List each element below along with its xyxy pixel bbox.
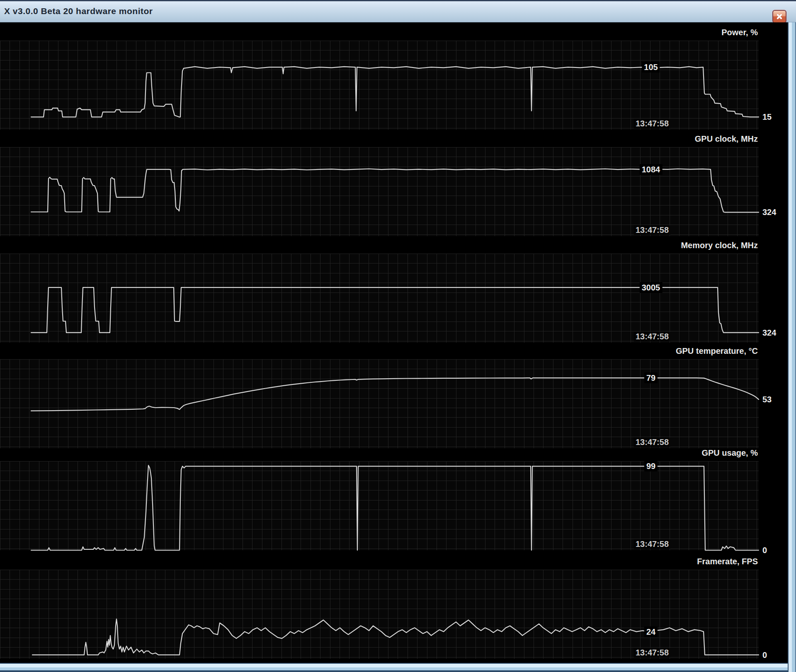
panel-memory-clock: Memory clock, MHz 3005 324 13:47:58 <box>0 254 759 343</box>
peak-value-label: 24 <box>644 626 658 637</box>
window-border-right <box>788 22 796 672</box>
current-value-label: 324 <box>762 327 776 338</box>
panel-gpu-clock: GPU clock, MHz 1084 324 13:47:58 <box>0 147 759 236</box>
gpu-clock-line-graph <box>0 147 759 236</box>
panel-gpu-usage: GPU usage, % 99 0 13:47:58 <box>0 461 759 550</box>
titlebar[interactable]: X v3.0.0 Beta 20 hardware monitor <box>0 0 796 22</box>
current-value-label: 0 <box>762 650 767 660</box>
timestamp: 13:47:58 <box>634 332 670 341</box>
peak-value-label: 105 <box>642 62 660 73</box>
current-value-label: 15 <box>762 111 772 122</box>
framerate-line-graph <box>0 570 759 659</box>
panel-title-framerate: Framerate, FPS <box>0 557 758 566</box>
timestamp: 13:47:58 <box>634 225 670 235</box>
gpu-usage-line-graph <box>0 461 759 550</box>
panel-framerate: Framerate, FPS 24 0 13:47:58 <box>0 570 759 659</box>
window-border-bottom <box>0 663 788 672</box>
peak-value-label: 79 <box>644 372 658 383</box>
panel-title-gpu-clock: GPU clock, MHz <box>0 134 758 144</box>
power-line-graph <box>0 41 759 130</box>
panel-title-gpu-usage: GPU usage, % <box>0 448 758 458</box>
current-value-label: 324 <box>762 207 776 218</box>
monitor-graphs-area: Power, % 105 15 13:47:58 GPU clock, MHz … <box>0 22 788 664</box>
peak-value-label: 1084 <box>640 164 663 175</box>
panel-title-power: Power, % <box>0 28 758 37</box>
timestamp: 13:47:58 <box>634 648 670 657</box>
timestamp: 13:47:58 <box>634 539 670 549</box>
window-title: X v3.0.0 Beta 20 hardware monitor <box>4 6 153 16</box>
panel-power: Power, % 105 15 13:47:58 <box>0 41 759 130</box>
timestamp: 13:47:58 <box>634 438 670 447</box>
close-button[interactable] <box>772 10 786 23</box>
current-value-label: 53 <box>762 394 772 405</box>
current-value-label: 0 <box>762 545 767 556</box>
peak-value-label: 3005 <box>640 282 663 293</box>
panel-title-gpu-temperature: GPU temperature, °C <box>0 346 758 356</box>
timestamp: 13:47:58 <box>634 119 670 128</box>
hardware-monitor-window: X v3.0.0 Beta 20 hardware monitor Power,… <box>0 0 796 672</box>
panel-title-memory-clock: Memory clock, MHz <box>0 241 758 250</box>
panel-gpu-temperature: GPU temperature, °C 79 53 13:47:58 <box>0 359 759 448</box>
memory-clock-line-graph <box>0 254 759 343</box>
peak-value-label: 99 <box>644 461 658 471</box>
